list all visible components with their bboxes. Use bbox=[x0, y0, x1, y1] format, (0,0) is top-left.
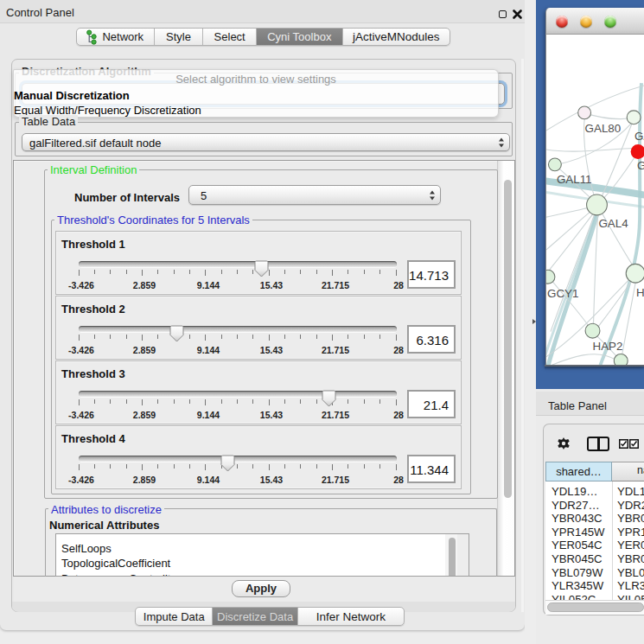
svg-text:HIS: HIS bbox=[636, 286, 644, 299]
svg-text:GAL80: GAL80 bbox=[585, 122, 622, 135]
svg-text:GAL11: GAL11 bbox=[557, 173, 592, 186]
svg-text:GAL4: GAL4 bbox=[598, 217, 628, 230]
svg-text:HAP2: HAP2 bbox=[593, 340, 623, 353]
svg-text:GCY1: GCY1 bbox=[547, 287, 578, 300]
svg-text:GAL: GAL bbox=[634, 130, 644, 143]
svg-text:G: G bbox=[637, 159, 644, 172]
